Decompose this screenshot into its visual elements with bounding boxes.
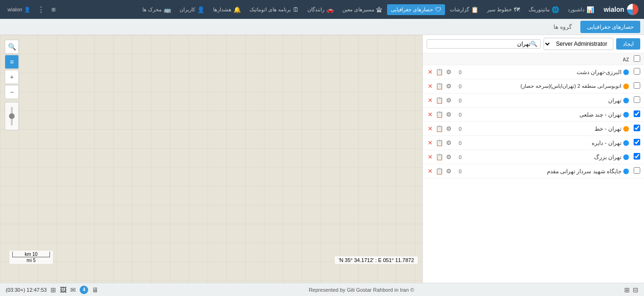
map-layers-button[interactable]: ≡ [5,55,19,69]
status-grid-icon-2[interactable]: ⊞ [624,286,630,294]
user-account-icon: 👤 [24,7,31,13]
select-all-checkbox[interactable] [634,55,640,62]
row-delete-8[interactable]: ✕ [427,167,434,176]
table-header: AZ [423,53,644,65]
jobs-icon: 🗓 [293,6,299,13]
row-settings-8[interactable]: ⚙ [445,167,453,176]
row-delete-6[interactable]: ✕ [427,138,434,147]
nav-vehicles-label: محرک ها [142,7,162,13]
status-copyright: © Represented by Giti Gostar Rahbord in … [102,287,620,293]
row-settings-4[interactable]: ⚙ [445,110,453,119]
row-dot-7 [623,154,629,160]
sidebar-toolbar: ایجاد Server Administrator 🔍 [423,35,644,53]
row-delete-7[interactable]: ✕ [427,152,434,161]
row-name-4: تهران - چند ضلعی [468,111,621,118]
dashboard-icon: 📊 [586,6,594,13]
map-background [0,35,422,283]
nav-users[interactable]: 👤 کاربران [176,4,208,15]
search-input[interactable] [430,41,530,47]
app-logo[interactable]: wialon [603,4,638,15]
nav-geofences-label: حصارهای جغرافیایی [391,7,433,13]
row-checkbox-1[interactable] [634,68,640,75]
row-settings-7[interactable]: ⚙ [445,152,453,161]
map-toolbar: 🔍 ≡ + − [5,40,19,130]
row-settings-2[interactable]: ⚙ [445,82,453,91]
nav-user-label: wialon [8,7,22,12]
tab-geofences[interactable]: حصارهای جغرافیایی [580,21,640,33]
map-zoom-out-button[interactable]: − [5,85,19,99]
row-dot-5 [623,126,629,132]
nav-more[interactable]: ⋮ [35,5,47,14]
nav-tracks-label: خطوط سیر [487,7,512,13]
status-badge: 4 [80,286,88,294]
nav-grid[interactable]: ⊞ [48,5,59,15]
logo-text: wialon [603,6,624,13]
grid-icon: ⊞ [51,7,56,13]
row-settings-5[interactable]: ⚙ [445,124,453,133]
row-delete-1[interactable]: ✕ [427,68,434,76]
nav-drivers[interactable]: 🚗 رانندگان [304,4,338,15]
drivers-icon: 🚗 [326,6,334,13]
nav-user[interactable]: 👤 wialon [4,5,34,15]
nav-tracks[interactable]: 🗺 خطوط سیر [483,4,524,15]
status-email-icon[interactable]: ✉ [70,286,76,294]
map-search-button[interactable]: 🔍 [5,40,19,54]
row-copy-8[interactable]: 📋 [435,167,444,176]
create-button[interactable]: ایجاد [616,38,640,50]
sort-icon[interactable]: AZ [619,56,629,63]
nav-vehicles[interactable]: 🚌 محرک ها [139,4,175,15]
row-checkbox-3[interactable] [634,96,640,103]
row-delete-4[interactable]: ✕ [427,110,434,119]
row-delete-2[interactable]: ✕ [427,82,434,91]
row-delete-5[interactable]: ✕ [427,124,434,133]
row-delete-3[interactable]: ✕ [427,96,434,105]
tab-groups[interactable]: گروه ها [547,21,578,33]
row-count-7: 0 [454,154,466,160]
row-checkbox-5[interactable] [634,125,640,131]
row-copy-3[interactable]: 📋 [435,96,444,105]
nav-routes[interactable]: 🛣 مسیرهای معین [339,4,386,15]
search-box: 🔍 [427,39,541,49]
row-copy-4[interactable]: 📋 [435,110,444,119]
row-settings-6[interactable]: ⚙ [445,138,453,147]
row-copy-2[interactable]: 📋 [435,82,444,91]
row-count-6: 0 [454,140,466,146]
status-layout-icon[interactable]: ⊞ [50,286,56,294]
vehicles-icon: 🚌 [164,6,171,13]
row-count-5: 0 [454,126,466,132]
map-zoom-in-button[interactable]: + [5,70,19,84]
nav-dashboard-label: داشبورد [568,7,585,13]
row-settings-3[interactable]: ⚙ [445,96,453,105]
row-checkbox-8[interactable] [634,167,640,174]
nav-geofences[interactable]: 🛡 حصارهای جغرافیایی [387,4,445,15]
row-copy-7[interactable]: 📋 [435,152,444,161]
row-copy-5[interactable]: 📋 [435,124,444,133]
row-copy-1[interactable]: 📋 [435,68,444,76]
status-image-icon[interactable]: 🖼 [60,286,66,294]
geofence-list: البرزی-تهران دشت 0 ⚙ 📋 ✕ اتوبوسرانی منطق… [423,65,644,283]
nav-reports[interactable]: 📋 گزارشات [446,4,482,15]
monitoring-icon: 🌐 [552,6,559,13]
row-name-3: تهران [468,97,621,104]
row-copy-6[interactable]: 📋 [435,138,444,147]
nav-jobs[interactable]: 🗓 برنامه های اتوماتیک [246,4,303,15]
admin-select[interactable]: Server Administrator [544,38,613,50]
nav-monitoring[interactable]: 🌐 مانیتورینگ [525,4,563,15]
row-dot-3 [623,98,629,103]
search-icon: 🔍 [530,41,537,47]
users-icon: 👤 [197,6,205,13]
row-checkbox-4[interactable] [634,110,640,117]
scale-bar: 10 km 5 mi [9,251,53,264]
list-item: تهران 0 ⚙ 📋 ✕ [423,93,644,108]
row-checkbox-2[interactable] [634,82,640,89]
status-time: 12:47:53 (+03:30) [6,287,47,293]
row-checkbox-7[interactable] [634,153,640,160]
row-checkbox-6[interactable] [634,139,640,145]
nav-dashboard[interactable]: 📊 داشبورد [564,4,598,15]
status-grid-icon-1[interactable]: ⊟ [633,286,638,294]
row-settings-1[interactable]: ⚙ [445,68,453,76]
row-name-7: تهران بزرگ [468,154,621,161]
tab-geofences-label: حصارهای جغرافیایی [587,24,634,30]
map-area[interactable]: کرج لواسان بومهن خاورشهر حسین‌آباد اسلام… [0,35,422,283]
nav-notifications[interactable]: 🔔 هشدارها [209,4,245,15]
